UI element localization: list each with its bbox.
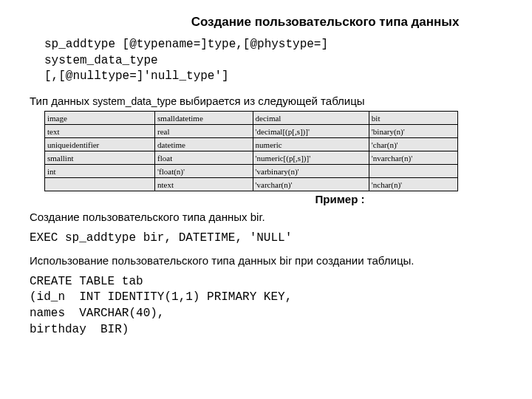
table-row: smallintfloat'numeric[(p[,s])]''nvarchar…: [45, 151, 458, 165]
table-cell: bit: [369, 112, 457, 125]
types-table: imagesmalldatetimedecimalbittextreal'dec…: [44, 111, 458, 191]
table-cell: ntext: [155, 178, 253, 191]
table-cell: [45, 178, 155, 191]
table-cell: [369, 165, 457, 178]
table-cell: datetime: [155, 138, 253, 151]
table-row: imagesmalldatetimedecimalbit: [45, 112, 458, 125]
table-cell: 'nchar(n)': [369, 178, 457, 191]
example-text-2: Использование пользовательского типа дан…: [30, 253, 502, 268]
table-row: textreal'decimal[(p[,s])]''binary(n)': [45, 125, 458, 138]
table-cell: 'numeric[(p[,s])]': [253, 151, 369, 165]
example-label: Пример :: [177, 193, 502, 205]
table-cell: decimal: [253, 112, 369, 125]
table-cell: int: [45, 165, 155, 178]
table-cell: smalldatetime: [155, 112, 253, 125]
table-cell: 'varbinary(n)': [253, 165, 369, 178]
table-intro-prefix: Тип данных: [30, 95, 92, 107]
table-cell: smallint: [45, 151, 155, 165]
example-text-1: Создание пользовательского типа данных b…: [30, 210, 502, 225]
table-row: uniqueidentifierdatetimenumeric'char(n)': [45, 138, 458, 151]
table-cell: 'varchar(n)': [253, 178, 369, 191]
example-code-2: CREATE TABLE tab (id_n INT IDENTITY(1,1)…: [30, 274, 502, 338]
table-cell: text: [45, 125, 155, 138]
table-cell: 'decimal[(p[,s])]': [253, 125, 369, 138]
table-intro-mono: system_data_type: [92, 95, 177, 107]
table-row: int'float(n)''varbinary(n)': [45, 165, 458, 178]
table-cell: uniqueidentifier: [45, 138, 155, 151]
table-cell: 'binary(n)': [369, 125, 457, 138]
syntax-block: sp_addtype [@typename=]type,[@phystype=]…: [44, 37, 502, 85]
table-row: ntext'varchar(n)''nchar(n)': [45, 178, 458, 191]
table-cell: image: [45, 112, 155, 125]
table-cell: real: [155, 125, 253, 138]
table-cell: float: [155, 151, 253, 165]
table-intro-suffix: выбирается из следующей таблицы: [177, 95, 365, 107]
table-cell: 'nvarchar(n)': [369, 151, 457, 165]
page-title: Создание пользовательского типа данных: [148, 15, 502, 30]
example-code-1: EXEC sp_addtype bir, DATETIME, 'NULL': [30, 231, 502, 247]
table-cell: 'float(n)': [155, 165, 253, 178]
table-cell: numeric: [253, 138, 369, 151]
table-intro: Тип данных system_data_type выбирается и…: [30, 94, 502, 109]
table-cell: 'char(n)': [369, 138, 457, 151]
